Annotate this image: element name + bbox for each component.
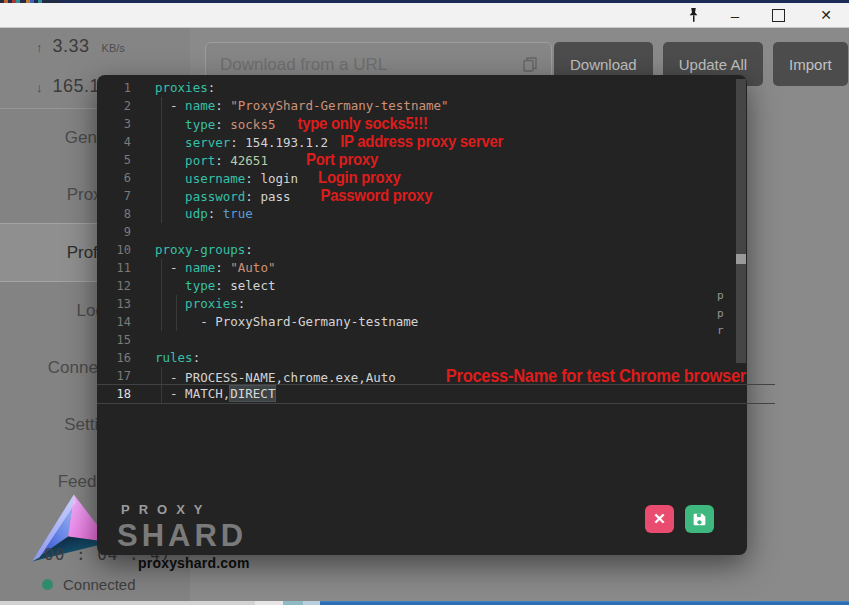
pin-icon[interactable]: [676, 3, 710, 27]
code-line[interactable]: - name: "Auto": [155, 259, 735, 277]
code-line[interactable]: port: 42651Port proxy: [155, 151, 735, 169]
code-line[interactable]: - MATCH,DIRECT: [97, 385, 775, 403]
annotation-text: type only socks5!!!: [297, 114, 427, 133]
annotation-text: Port proxy: [306, 150, 378, 169]
upload-arrow-icon: ↑: [36, 40, 43, 55]
code-line[interactable]: server: 154.193.1.2IP address proxy serv…: [155, 133, 735, 151]
line-number: 10: [97, 241, 131, 259]
line-number: 15: [97, 331, 131, 349]
save-button[interactable]: [685, 505, 714, 533]
line-number: 12: [97, 277, 131, 295]
status-label: Connected: [63, 576, 136, 593]
titlebar: – ✕: [0, 3, 849, 28]
editor-code[interactable]: proxies: - name: "ProxyShard-Germany-tes…: [155, 79, 735, 403]
bottom-edge-lighter: [255, 601, 283, 605]
code-line[interactable]: - PROCESS-NAME,chrome.exe,AutoProcess-Na…: [155, 367, 735, 385]
line-number: 1: [97, 79, 131, 97]
connection-status: Connected: [42, 576, 136, 593]
save-icon: [691, 511, 708, 528]
annotation-text: IP address proxy server: [340, 132, 503, 151]
import-button[interactable]: Import: [773, 42, 848, 86]
copy-icon[interactable]: [521, 55, 539, 73]
annotation-text: Password proxy: [321, 186, 433, 205]
line-number: 17: [97, 367, 131, 385]
line-number: 6: [97, 169, 131, 187]
line-number: 5: [97, 151, 131, 169]
code-line[interactable]: [155, 331, 735, 349]
maximize-icon: [772, 9, 785, 22]
close-window-button[interactable]: ✕: [809, 3, 843, 27]
profile-editor-modal: 123456789101112131415161718 proxies: - n…: [97, 75, 747, 555]
code-line[interactable]: password: passPassword proxy: [155, 187, 735, 205]
line-number: 3: [97, 115, 131, 133]
code-line[interactable]: proxies:: [155, 79, 735, 97]
line-number: 16: [97, 349, 131, 367]
bottom-edge-light: [0, 601, 255, 605]
line-number: 8: [97, 205, 131, 223]
bottom-edge-teal: [283, 601, 303, 605]
minimap-letter: p: [717, 307, 724, 321]
close-icon: ✕: [653, 510, 666, 528]
code-line[interactable]: proxies:: [155, 295, 735, 313]
code-line[interactable]: - name: "ProxyShard-Germany-testname": [155, 97, 735, 115]
line-number: 9: [97, 223, 131, 241]
status-dot-icon: [42, 579, 53, 590]
editor-gutter: 123456789101112131415161718: [97, 79, 131, 403]
minimap-letter: p: [717, 289, 724, 303]
indent-guide: [176, 295, 177, 331]
line-number: 7: [97, 187, 131, 205]
bottom-edge-paleblue: [303, 601, 320, 605]
code-line[interactable]: username: loginLogin proxy: [155, 169, 735, 187]
editor-scrollbar-mark: [736, 254, 746, 264]
watermark-shard: SHARD: [117, 518, 247, 554]
code-line[interactable]: type: socks5type only socks5!!!: [155, 115, 735, 133]
minimap-letter: r: [717, 324, 724, 338]
code-line[interactable]: rules:: [155, 349, 735, 367]
indent-guide: [161, 97, 162, 223]
code-line[interactable]: - ProxyShard-Germany-testname: [155, 313, 735, 331]
upload-value: 3.33: [53, 36, 90, 56]
editor-scrollbar[interactable]: [736, 79, 746, 363]
code-line[interactable]: type: select: [155, 277, 735, 295]
code-line[interactable]: proxy-groups:: [155, 241, 735, 259]
line-number: 2: [97, 97, 131, 115]
line-number: 13: [97, 295, 131, 313]
upload-unit: KB/s: [102, 42, 125, 54]
indent-guide: [161, 259, 162, 331]
indent-guide: [161, 367, 162, 403]
download-arrow-icon: ↓: [36, 80, 43, 95]
watermark-proxy: PROXY: [121, 502, 212, 517]
line-number: 14: [97, 313, 131, 331]
line-number: 4: [97, 133, 131, 151]
website-label: proxyshard.com: [138, 555, 250, 571]
bottom-edge-blue: [320, 601, 849, 605]
line-number: 11: [97, 259, 131, 277]
code-line[interactable]: [155, 223, 735, 241]
minimize-button[interactable]: –: [718, 3, 752, 27]
annotation-text: Process-Name for test Chrome browser: [446, 366, 746, 385]
discard-button[interactable]: ✕: [645, 505, 674, 533]
code-line[interactable]: udp: true: [155, 205, 735, 223]
maximize-button[interactable]: [761, 3, 795, 27]
annotation-text: Login proxy: [318, 168, 401, 187]
upload-speed: ↑3.33KB/s: [36, 36, 125, 57]
